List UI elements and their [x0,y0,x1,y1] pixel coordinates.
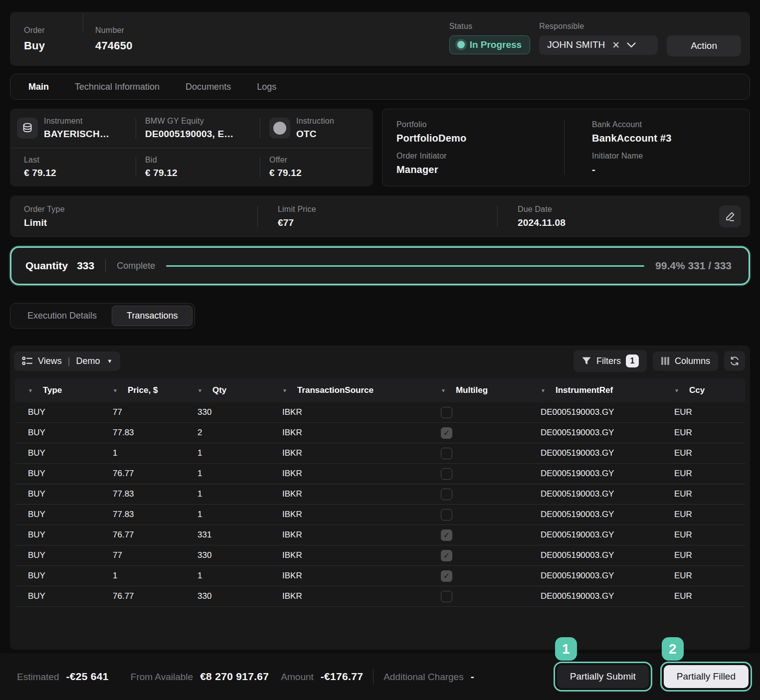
main-tab-bar: Main Technical Information Documents Log… [10,74,750,100]
cell-multileg [428,570,528,582]
column-header-price[interactable]: ▼Price, $ [100,385,185,395]
views-button[interactable]: Views | Demo ▼ [14,351,120,371]
refresh-button[interactable] [724,351,745,371]
cell-source: IBKR [269,407,428,417]
multileg-checkbox[interactable] [441,489,452,500]
tab-main[interactable]: Main [17,77,60,97]
multileg-checkbox[interactable] [441,529,452,541]
views-label: Views [38,356,62,366]
cell-instrument-ref: DE0005190003.GY [528,591,661,601]
columns-icon [661,356,670,365]
table-row[interactable]: BUY 77.83 2 IBKR DE0005190003.GY EUR [15,423,745,443]
cell-ccy: EUR [661,510,745,520]
multileg-checkbox[interactable] [441,407,452,418]
cell-qty: 330 [185,550,269,560]
order-type-cell: Order Type Limit [24,205,257,228]
column-header-multileg[interactable]: ▼Multileg [428,385,528,395]
chevron-down-icon[interactable] [627,42,636,48]
table-row[interactable]: BUY 77.83 1 IBKR DE0005190003.GY EUR [15,505,745,525]
cell-type: BUY [15,489,100,499]
table-row[interactable]: BUY 76.77 1 IBKR DE0005190003.GY EUR [15,464,745,484]
table-row[interactable]: BUY 77 330 IBKR DE0005190003.GY EUR [15,402,745,423]
cell-qty: 1 [185,571,269,581]
multileg-checkbox[interactable] [441,570,452,582]
instruction-cell: Instruction OTC [269,117,334,140]
bank-account-label: Bank Account [592,120,750,129]
filters-label: Filters [596,356,621,366]
sort-icon: ▼ [197,388,202,393]
column-header-qty[interactable]: ▼Qty [185,385,269,395]
tab-execution-details[interactable]: Execution Details [12,306,112,326]
cell-price: 76.77 [100,530,185,540]
table-body: BUY 77 330 IBKR DE0005190003.GY EUR BUY … [15,402,745,607]
last-value: € 79.12 [24,168,56,178]
multileg-checkbox[interactable] [441,550,452,561]
table-row[interactable]: BUY 1 1 IBKR DE0005190003.GY EUR [15,566,745,586]
tab-documents[interactable]: Documents [175,77,242,97]
cell-multileg [428,407,528,418]
additional-charges-item: Additional Charges - [383,671,474,683]
responsible-label: Responsible [539,22,658,31]
tab-transactions[interactable]: Transactions [112,306,192,326]
columns-button[interactable]: Columns [653,351,718,371]
table-row[interactable]: BUY 76.77 331 IBKR DE0005190003.GY EUR [15,525,745,545]
multileg-checkbox[interactable] [441,448,452,459]
cell-source: IBKR [269,591,428,601]
quantity-value: 333 [77,260,94,272]
isin-cell: BMW GY Equity DE0005190003, E… [145,117,251,140]
order-side-group: Order Buy [24,26,83,52]
isin-label: BMW GY Equity [145,117,234,126]
partially-submit-button[interactable]: Partially Submit [557,665,649,688]
offer-quote-cell: Offer € 79.12 [269,156,302,178]
divider [260,157,260,177]
instrument-panel: Instrument BAYERISCH… BMW GY Equity DE00… [10,109,373,186]
bank-account-cell: Bank Account BankAccount #3 [573,116,750,148]
views-selected-value: Demo [76,356,100,366]
cell-instrument-ref: DE0005190003.GY [528,489,661,499]
last-quote-cell: Last € 79.12 [17,156,127,178]
cell-ccy: EUR [661,469,745,479]
cell-multileg [428,529,528,541]
action-button[interactable]: Action [667,35,741,56]
initiator-name-label: Initiator Name [592,152,750,161]
sort-icon: ▼ [674,388,679,393]
multileg-checkbox[interactable] [441,509,452,521]
cell-source: IBKR [269,571,428,581]
responsible-select[interactable]: JOHN SMITH ✕ [539,35,658,55]
filter-funnel-icon [581,356,591,365]
table-row[interactable]: BUY 1 1 IBKR DE0005190003.GY EUR [15,443,745,464]
status-badge: In Progress [449,35,531,54]
cell-ccy: EUR [661,428,745,438]
multileg-checkbox[interactable] [441,427,452,439]
cell-price: 77.83 [100,510,185,520]
multileg-checkbox[interactable] [441,591,452,602]
table-row[interactable]: BUY 77 330 IBKR DE0005190003.GY EUR [15,545,745,566]
clear-icon[interactable]: ✕ [612,39,620,51]
cell-source: IBKR [269,489,428,499]
offer-label: Offer [269,156,302,165]
limit-price-value: €77 [278,217,497,228]
divider [497,206,498,227]
order-initiator-label: Order Initiator [396,152,573,161]
table-toolbar: Views | Demo ▼ Filters 1 [15,350,745,372]
due-date-label: Due Date [518,205,719,214]
estimated-label: Estimated [17,672,59,683]
filters-button[interactable]: Filters 1 [573,350,647,372]
cell-ccy: EUR [661,591,745,601]
multileg-checkbox[interactable] [441,468,452,480]
table-row[interactable]: BUY 76.77 330 IBKR DE0005190003.GY EUR [15,586,745,607]
column-header-transaction-source[interactable]: ▼TransactionSource [269,385,428,395]
table-row[interactable]: BUY 77.83 1 IBKR DE0005190003.GY EUR [15,484,745,505]
sort-icon: ▼ [113,388,118,393]
divider [257,206,258,227]
partially-filled-button[interactable]: Partially Filled [664,665,749,688]
order-number-value: 474650 [95,39,133,52]
column-header-instrument-ref[interactable]: ▼InstrumentRef [528,385,661,395]
estimated-item: Estimated -€25 641 [17,671,109,683]
column-header-type[interactable]: ▼Type [15,385,100,395]
edit-button[interactable] [719,205,741,227]
annotation-badge-2: 2 [662,637,684,661]
tab-logs[interactable]: Logs [246,77,287,97]
tab-technical-information[interactable]: Technical Information [64,77,171,97]
column-header-ccy[interactable]: ▼Ccy [661,385,745,395]
